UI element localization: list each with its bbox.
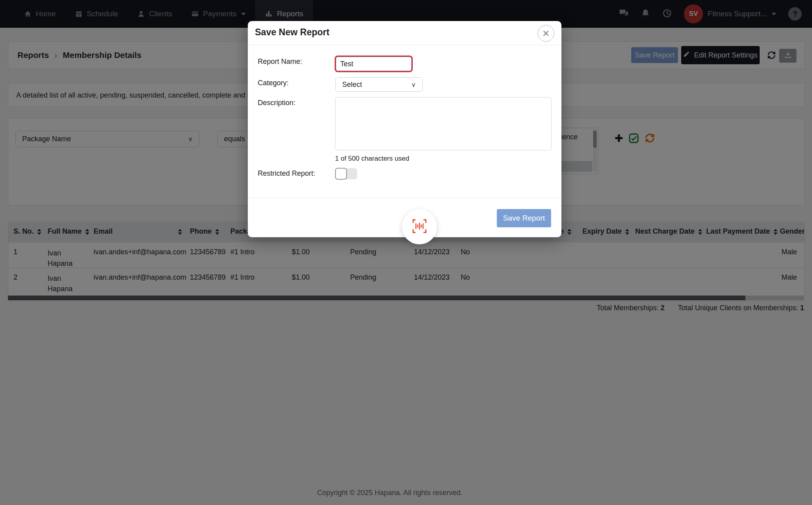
- toggle-knob: [335, 168, 347, 180]
- restricted-report-toggle[interactable]: [335, 168, 357, 179]
- category-select[interactable]: Select ∨: [335, 77, 423, 92]
- description-label: Description:: [258, 99, 295, 107]
- chevron-down-icon: ∨: [411, 81, 416, 88]
- loading-spinner: [402, 209, 437, 244]
- description-textarea[interactable]: [335, 97, 552, 150]
- save-new-report-modal: Save New Report Report Name: Category: S…: [248, 21, 561, 237]
- report-name-input[interactable]: [336, 57, 412, 71]
- modal-save-report-button[interactable]: Save Report: [497, 209, 551, 227]
- char-counter: 1 of 500 characters used: [335, 155, 409, 163]
- modal-save-report-label: Save Report: [503, 214, 545, 223]
- app-root: Home Schedule Clients Payments: [0, 0, 812, 505]
- barcode-spinner-icon: [410, 217, 429, 237]
- restricted-report-label: Restricted Report:: [258, 169, 315, 178]
- close-icon[interactable]: [538, 25, 554, 42]
- modal-header: Save New Report: [248, 21, 561, 45]
- report-name-label: Report Name:: [258, 58, 302, 66]
- modal-footer-divider: [248, 198, 561, 198]
- category-label: Category:: [258, 79, 289, 87]
- modal-title: Save New Report: [255, 27, 329, 38]
- category-value: Select: [342, 81, 362, 89]
